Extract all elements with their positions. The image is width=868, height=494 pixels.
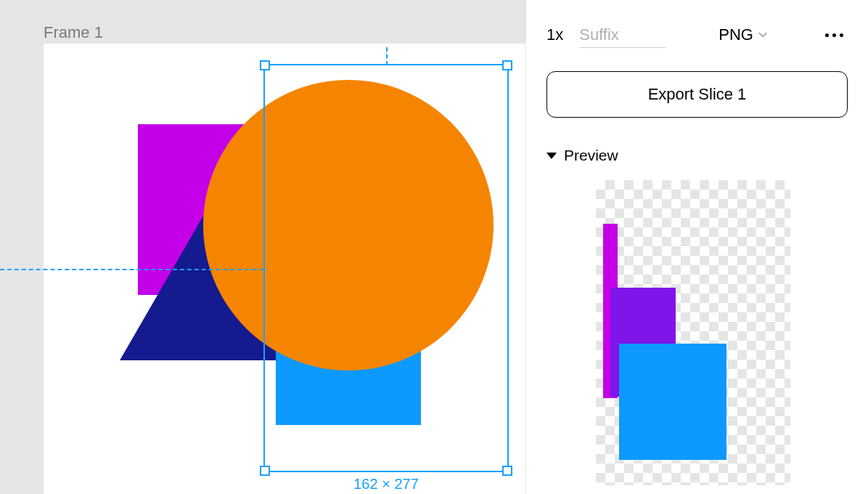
alignment-guide-horizontal	[0, 269, 263, 270]
shape-circle-orange[interactable]	[203, 80, 494, 370]
preview-section-toggle[interactable]: Preview	[546, 147, 848, 164]
more-options-icon[interactable]	[821, 29, 848, 41]
preview-thumbnail	[596, 180, 790, 485]
export-suffix-input[interactable]	[579, 23, 666, 48]
frame-label[interactable]: Frame 1	[44, 23, 103, 42]
disclosure-triangle-icon	[546, 153, 557, 159]
export-format-select[interactable]: PNG	[718, 25, 768, 44]
export-button[interactable]: Export Slice 1	[546, 71, 848, 118]
export-scale[interactable]: 1x	[546, 25, 563, 44]
preview-label: Preview	[564, 147, 618, 164]
preview-shapes	[596, 180, 790, 485]
preview-shape-blue	[619, 344, 726, 460]
export-settings-row: 1x PNG	[546, 17, 848, 52]
right-panel: 1x PNG Export Slice 1 Preview	[525, 0, 868, 494]
export-format-label: PNG	[718, 25, 753, 44]
canvas-area[interactable]: Frame 1 162 × 277	[0, 0, 525, 494]
chevron-down-icon	[758, 30, 768, 40]
